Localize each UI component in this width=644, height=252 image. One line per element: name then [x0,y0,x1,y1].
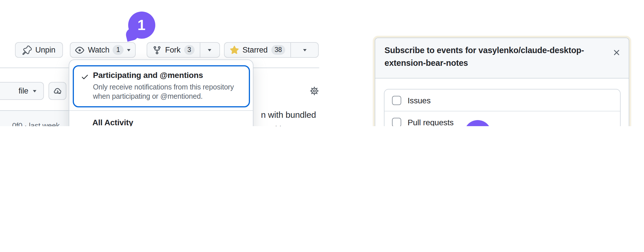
unpin-button[interactable]: Unpin [15,42,63,58]
checkbox-label: Pull requests [408,118,453,126]
dialog-header: Subscribe to events for vasylenko/claude… [375,38,629,79]
add-file-button[interactable]: file [0,82,44,100]
menu-option-participating[interactable]: Participating and @mentions Only receive… [73,65,250,107]
option-title: Participating and @mentions [93,70,203,80]
event-checkbox-list: Issues Pull requests Releases D [384,89,621,126]
repo-fork-icon [152,45,162,55]
gear-icon[interactable] [310,87,319,95]
dialog-screenshot-card: Subscribe to events for vasylenko/claude… [373,36,631,126]
subscribe-events-dialog: Subscribe to events for vasylenko/claude… [375,38,629,126]
annotation-number: 1 [128,12,155,39]
checkbox-issues[interactable] [392,96,401,105]
option-description: Only receive notifications from this rep… [93,83,234,101]
screenshot-canvas: Unpin Watch 1 Fork 3 [0,0,644,126]
watch-dropdown-menu: Participating and @mentions Only receive… [69,59,253,126]
annotation-number: 3 [464,120,491,126]
annotation-step-3: 3 [464,120,491,126]
unpin-label: Unpin [35,46,55,54]
menu-divider [69,110,253,111]
commit-summary: 0f0 · last week [12,121,60,126]
nav-border [0,68,73,68]
star-dropdown-button[interactable] [291,43,318,57]
starred-label: Starred [242,46,268,54]
event-row-issues[interactable]: Issues [384,89,620,111]
nav-border [253,68,319,68]
repo-description: n with bundled e taking app [261,107,316,126]
eye-icon [75,45,84,55]
starred-button[interactable]: Starred 38 [225,43,291,57]
code-cloud-button[interactable] [48,82,66,100]
checkbox-pull-requests[interactable] [392,118,401,126]
watch-button[interactable]: Watch 1 [70,42,136,58]
cloud-terminal-icon [53,86,62,96]
event-row-pull-requests[interactable]: Pull requests [384,111,620,126]
fork-dropdown-button[interactable] [200,43,219,57]
watch-label: Watch [88,46,109,54]
watch-count-badge: 1 [113,45,124,55]
close-icon[interactable] [612,48,621,57]
chevron-down-icon [33,90,36,92]
option-title: All Activity [92,118,133,126]
latest-commit-row[interactable]: 0f0 · last week [0,110,73,126]
starred-button-group: Starred 38 [224,42,319,58]
fork-count-badge: 3 [184,45,195,55]
chevron-down-icon [303,49,306,51]
annotation-step-1: 1 [128,12,155,39]
checkbox-label: Issues [408,96,431,105]
check-icon [81,73,89,81]
chevron-down-icon [208,49,212,51]
fork-button[interactable]: Fork 3 [147,43,200,57]
pin-icon [23,45,32,55]
fork-button-group: Fork 3 [147,42,220,58]
star-icon [230,45,239,55]
fork-label: Fork [165,46,180,54]
dialog-title: Subscribe to events for vasylenko/claude… [384,44,584,69]
star-count-badge: 38 [271,45,285,55]
add-file-label: file [18,87,28,95]
chevron-down-icon [127,49,130,51]
